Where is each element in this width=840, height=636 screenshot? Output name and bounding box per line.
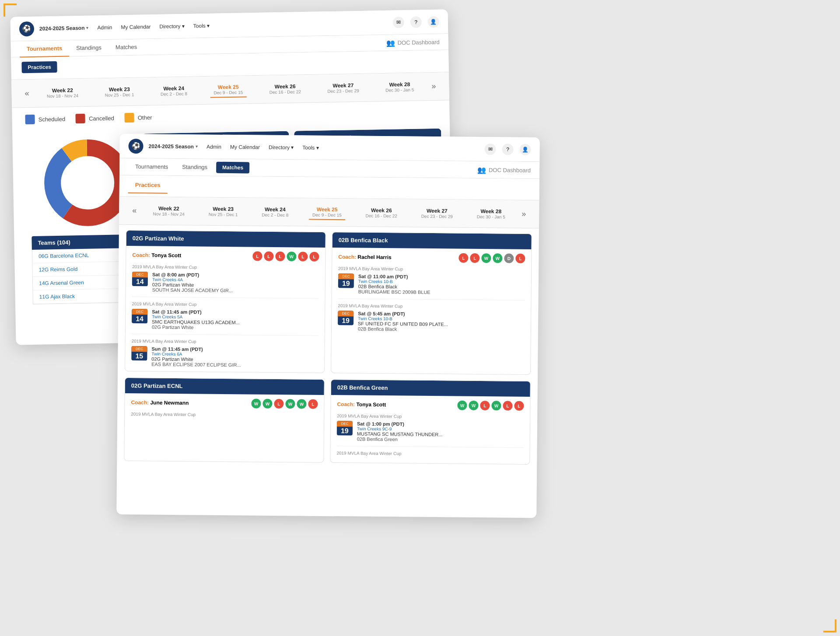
navbar-links-back: Admin My Calendar Directory Tools (97, 22, 210, 30)
match-opponent-4a: 02B Benfica Green (357, 437, 524, 443)
match-card-body-3: Coach: June Newmann W W L W W L 2019 MVL… (125, 393, 324, 425)
date-box-1b: DEC 14 (132, 309, 147, 323)
match-opponent-2a: BURLINGAME BSC 2009B BLUE (358, 289, 525, 296)
other-dot (125, 113, 134, 122)
week-nav-front: « Week 22 Nov 18 - Nov 24 Week 23 Nov 25… (119, 197, 539, 228)
mail-icon-front[interactable]: ✉ (484, 143, 496, 155)
week-26-dates-front: Dec 16 - Dec 22 (366, 213, 397, 219)
week-26-label-back: Week 26 (269, 83, 301, 90)
week-27-back[interactable]: Week 27 Dec 23 - Dec 29 (324, 80, 363, 96)
week-24-dates-front: Dec 2 - Dec 8 (262, 213, 288, 218)
week-22-front[interactable]: Week 22 Nov 18 - Nov 24 (150, 203, 189, 218)
matches-content: 02G Partizan White Coach: Tonya Scott L … (116, 225, 539, 518)
week-22-back[interactable]: Week 22 Nov 18 - Nov 24 (43, 85, 82, 101)
nav-directory-back[interactable]: Directory (159, 23, 185, 29)
week-25-back[interactable]: Week 25 Dec 9 - Dec 15 (210, 82, 246, 98)
next-week-back[interactable]: » (427, 82, 440, 91)
week-28-dates-front: Dec 30 - Jan 5 (477, 214, 505, 220)
match-opponent-1a: SOUTH SAN JOSE ACADEMY GIR... (152, 287, 319, 294)
week-28-label-back: Week 28 (385, 81, 414, 88)
match-opponent-1c: EAS BAY ECLIPSE 2007 ECLIPSE GIR... (151, 361, 318, 368)
scheduled-dot (25, 115, 35, 124)
tournament-label-2b: 2019 MVLA Bay Area Winter Cup (338, 303, 525, 310)
match-details-1c: Sun @ 11:45 am (PDT) Twin Creeks 6A 02G … (151, 346, 318, 368)
nav-tools-front[interactable]: Tools (302, 144, 318, 150)
match-card-header-4: 02B Benfica Green (331, 380, 530, 397)
logo-icon-front: ⚽ (131, 142, 140, 150)
help-icon-front[interactable]: ? (502, 143, 513, 155)
week-28-front[interactable]: Week 28 Dec 30 - Jan 5 (473, 206, 509, 221)
next-week-front[interactable]: » (517, 210, 530, 219)
scheduled-label: Scheduled (38, 115, 65, 122)
week-28-back[interactable]: Week 28 Dec 30 - Jan 5 (382, 80, 418, 94)
result-L-4-2: L (503, 401, 512, 410)
team-item-1[interactable]: 06G Barcelona ECNL (32, 248, 128, 263)
tournament-label-2a: 2019 MVLA Bay Area Winter Cup (338, 266, 525, 273)
result-W-3-4: W (297, 399, 306, 409)
week-27-dates-back: Dec 23 - Dec 29 (327, 88, 359, 94)
team-item-2[interactable]: 12G Reims Gold (32, 262, 128, 277)
week-23-back[interactable]: Week 23 Nov 25 - Dec 1 (101, 84, 137, 99)
match-card-partizan-white: 02G Partizan White Coach: Tonya Scott L … (125, 230, 326, 373)
match-details-1a: Sat @ 8:00 am (PDT) Twin Creeks 4A 02G P… (152, 272, 319, 294)
week-27-dates-front: Dec 23 - Dec 29 (421, 214, 453, 219)
result-badges-1: L L L W L L (252, 251, 319, 261)
week-25-front[interactable]: Week 25 Dec 9 - Dec 15 (309, 205, 345, 220)
match-row-2a: DEC 19 Sat @ 11:00 am (PDT) Twin Creeks … (338, 273, 525, 301)
week-24-front[interactable]: Week 24 Dec 2 - Dec 8 (258, 205, 292, 220)
tab-standings-front[interactable]: Standings (175, 159, 214, 176)
week-27-label-back: Week 27 (327, 82, 359, 89)
result-L-2-3: L (515, 254, 525, 263)
result-W-4-3: W (491, 401, 501, 410)
result-L-1: L (252, 251, 262, 261)
tournament-label-4b: 2019 MVLA Bay Area Winter Cup (336, 451, 523, 457)
legend-other: Other (125, 112, 152, 122)
nav-tools-back[interactable]: Tools (193, 22, 210, 29)
week-26-front[interactable]: Week 26 Dec 16 - Dec 22 (362, 206, 401, 220)
tab-standings-back[interactable]: Standings (69, 40, 108, 57)
user-icon-front[interactable]: 👤 (519, 143, 531, 155)
season-label-front: 2024-2025 Season (149, 143, 194, 150)
help-icon-back[interactable]: ? (410, 16, 422, 28)
nav-admin-back[interactable]: Admin (97, 24, 112, 31)
weeks-back: Week 22 Nov 18 - Nov 24 Week 23 Nov 25 -… (33, 79, 427, 101)
doc-label-back: DOC Dashboard (397, 38, 439, 46)
tab-tournaments-front[interactable]: Tournaments (128, 159, 175, 175)
coach-row-4: Coach: Tonya Scott W W L W L L (337, 399, 524, 411)
nav-calendar-front[interactable]: My Calendar (230, 144, 260, 150)
prev-week-back[interactable]: « (20, 89, 33, 98)
result-L-3-1: L (274, 399, 284, 409)
navbar-icons-back: ✉ ? 👤 (393, 16, 439, 28)
week-26-back[interactable]: Week 26 Dec 16 - Dec 22 (266, 81, 304, 97)
tab-practices-back[interactable]: Practices (21, 61, 57, 73)
other-label: Other (138, 114, 152, 121)
legend-scheduled: Scheduled (25, 114, 65, 125)
match-details-2a: Sat @ 11:00 am (PDT) Twin Creeks 10-B 02… (358, 274, 525, 296)
match-card-benfica-black: 02B Benfica Black Coach: Rachel Harris L… (331, 232, 532, 375)
mail-icon-back[interactable]: ✉ (393, 17, 404, 28)
week-25-label-front: Week 25 (312, 206, 342, 213)
coach-row-2: Coach: Rachel Harris L L W W D L (338, 252, 525, 263)
nav-admin-front[interactable]: Admin (206, 143, 221, 150)
tab-practices-front[interactable]: Practices (128, 177, 168, 194)
nav-calendar-back[interactable]: My Calendar (121, 24, 150, 30)
week-23-front[interactable]: Week 23 Nov 25 - Dec 1 (205, 204, 242, 219)
team-item-3[interactable]: 14G Arsenal Green (33, 275, 129, 290)
tab-tournaments-back[interactable]: Tournaments (20, 40, 70, 57)
nav-directory-front[interactable]: Directory (269, 144, 294, 150)
team-item-4[interactable]: 11G Ajax Black (33, 289, 129, 304)
tournament-label-1c: 2019 MVLA Bay Area Winter Cup (132, 339, 318, 345)
coach-row-3: Coach: June Newmann W W L W W L (131, 398, 318, 409)
prev-week-front[interactable]: « (128, 206, 141, 215)
tab-matches-back[interactable]: Matches (108, 39, 144, 56)
date-day-1c: 15 (133, 353, 145, 360)
week-27-front[interactable]: Week 27 Dec 23 - Dec 29 (418, 206, 457, 221)
practices-row-front: Practices (119, 175, 539, 200)
tab-matches-front[interactable]: Matches (216, 162, 249, 174)
week-24-back[interactable]: Week 24 Dec 2 - Dec 8 (157, 84, 191, 98)
weeks-front: Week 22 Nov 18 - Nov 24 Week 23 Nov 25 -… (141, 203, 517, 222)
user-icon-back[interactable]: 👤 (428, 16, 439, 27)
match-row-1b: DEC 14 Sat @ 11:45 am (PDT) Twin Creeks … (132, 309, 318, 336)
legend-cancelled: Cancelled (76, 113, 114, 124)
result-W-2-1: W (481, 253, 491, 263)
